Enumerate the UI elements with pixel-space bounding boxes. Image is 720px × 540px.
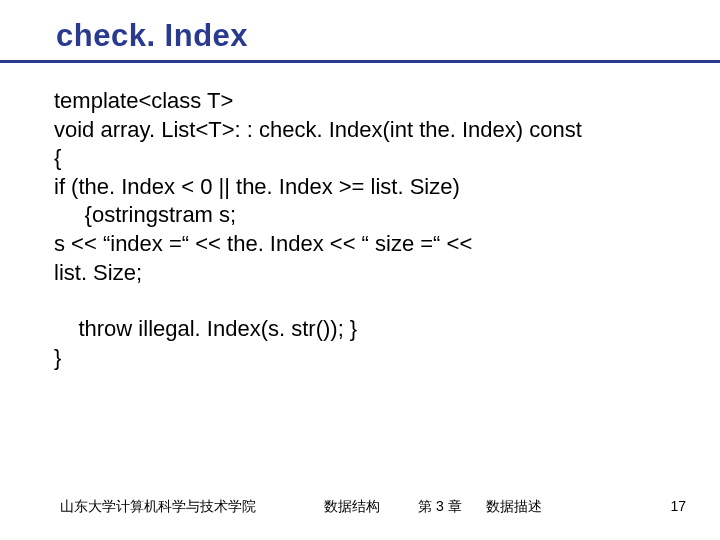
code-line-5: {ostringstram s; (54, 201, 650, 230)
code-line-1: template<class T> (54, 87, 650, 116)
code-line-7: list. Size; (54, 259, 650, 288)
code-line-3: { (54, 144, 650, 173)
code-line-6: s << “index =“ << the. Index << “ size =… (54, 230, 650, 259)
footer: 山东大学计算机科学与技术学院 数据结构 第 3 章 数据描述 17 (60, 498, 686, 516)
footer-course: 数据结构 (324, 498, 380, 516)
page-number: 17 (670, 498, 686, 514)
code-line-8: throw illegal. Index(s. str()); } (54, 315, 650, 344)
code-line-2: void array. List<T>: : check. Index(int … (54, 116, 650, 145)
slide-title: check. Index (56, 18, 720, 54)
code-block: template<class T> void array. List<T>: :… (0, 63, 650, 372)
footer-institution: 山东大学计算机科学与技术学院 (60, 498, 256, 516)
footer-chapter: 第 3 章 (418, 498, 462, 516)
code-line-9: } (54, 344, 650, 373)
footer-topic: 数据描述 (486, 498, 542, 516)
code-line-4: if (the. Index < 0 || the. Index >= list… (54, 173, 650, 202)
